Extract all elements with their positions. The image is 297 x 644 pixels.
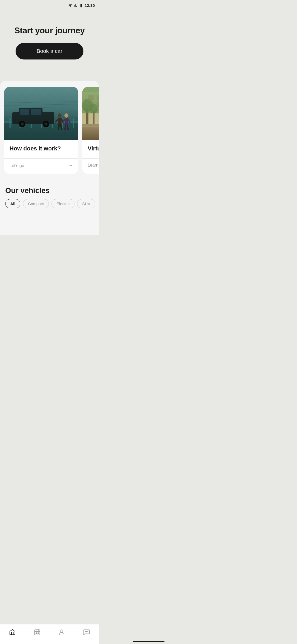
- svg-rect-16: [20, 109, 29, 115]
- svg-rect-6: [10, 117, 11, 128]
- svg-rect-41: [97, 102, 99, 107]
- wifi-icon: [68, 3, 72, 8]
- card-title-2: Virtuo fo: [88, 145, 99, 152]
- card-content-1: How does it work?: [4, 140, 78, 158]
- filter-tab-electric[interactable]: Electric: [51, 199, 74, 208]
- card-footer-1[interactable]: Let's go →: [4, 159, 78, 174]
- battery-icon: [79, 3, 83, 8]
- svg-rect-17: [31, 109, 41, 115]
- svg-rect-8: [31, 117, 32, 128]
- svg-rect-23: [58, 118, 62, 125]
- svg-rect-12: [73, 117, 74, 128]
- hero-section: Start your journey Book a car: [0, 10, 99, 81]
- svg-rect-35: [82, 92, 99, 127]
- svg-line-30: [63, 119, 65, 122]
- svg-rect-47: [93, 111, 95, 124]
- svg-point-19: [21, 122, 24, 126]
- card-image-2: C. Cov...: [82, 87, 99, 140]
- filter-tabs: All Compact Electric SUV: [5, 199, 94, 208]
- card-image-1: [4, 87, 78, 140]
- svg-rect-44: [82, 126, 99, 127]
- svg-line-33: [67, 125, 68, 130]
- svg-rect-37: [97, 95, 99, 100]
- svg-line-25: [62, 119, 63, 122]
- svg-rect-40: [88, 102, 94, 107]
- svg-line-32: [65, 125, 66, 130]
- book-car-button[interactable]: Book a car: [16, 43, 84, 59]
- svg-rect-7: [20, 117, 21, 128]
- svg-rect-14: [12, 112, 54, 124]
- svg-point-28: [64, 113, 68, 118]
- svg-point-21: [44, 122, 48, 126]
- svg-rect-36: [88, 95, 94, 100]
- card-link-1: Let's go: [10, 163, 24, 168]
- cards-section: How does it work? Let's go →: [0, 81, 99, 180]
- card-content-2: Virtuo fo: [82, 140, 99, 158]
- svg-line-26: [58, 125, 59, 129]
- filter-tab-suv[interactable]: SUV: [77, 199, 95, 208]
- hero-title: Start your journey: [14, 26, 85, 35]
- svg-rect-0: [4, 87, 78, 140]
- status-time: 12:30: [85, 3, 95, 8]
- svg-rect-11: [62, 117, 63, 128]
- svg-rect-5: [4, 121, 78, 123]
- status-bar: 12:30: [0, 0, 99, 10]
- card-link-2: Learn mo: [88, 163, 99, 168]
- status-icons: 12:30: [68, 3, 95, 8]
- svg-rect-9: [41, 117, 42, 128]
- svg-line-27: [61, 125, 62, 129]
- filter-tab-all[interactable]: All: [5, 199, 20, 208]
- card-title-1: How does it work?: [10, 145, 73, 152]
- svg-point-20: [43, 121, 49, 127]
- svg-rect-15: [19, 108, 43, 116]
- svg-point-18: [19, 121, 25, 127]
- vehicles-section: Our vehicles All Compact Electric SUV: [0, 180, 99, 235]
- svg-point-48: [90, 104, 98, 113]
- svg-line-24: [56, 119, 58, 122]
- card-footer-2[interactable]: Learn mo: [82, 159, 99, 173]
- svg-rect-29: [65, 118, 68, 125]
- vehicles-title: Our vehicles: [5, 186, 94, 195]
- signal-icon: [74, 3, 78, 8]
- svg-rect-13: [4, 117, 78, 118]
- svg-line-31: [68, 119, 70, 122]
- card-how-it-works[interactable]: How does it work? Let's go →: [4, 87, 78, 174]
- filter-tab-compact[interactable]: Compact: [23, 199, 49, 208]
- svg-point-46: [82, 99, 93, 112]
- svg-rect-45: [86, 108, 88, 124]
- card-arrow-1: →: [68, 163, 73, 168]
- cards-scroll: How does it work? Let's go →: [4, 87, 99, 174]
- svg-rect-4: [4, 121, 78, 140]
- svg-rect-10: [52, 117, 53, 128]
- card-virtuo[interactable]: C. Cov... Virtuo fo Learn mo: [82, 87, 99, 174]
- svg-point-22: [58, 113, 62, 118]
